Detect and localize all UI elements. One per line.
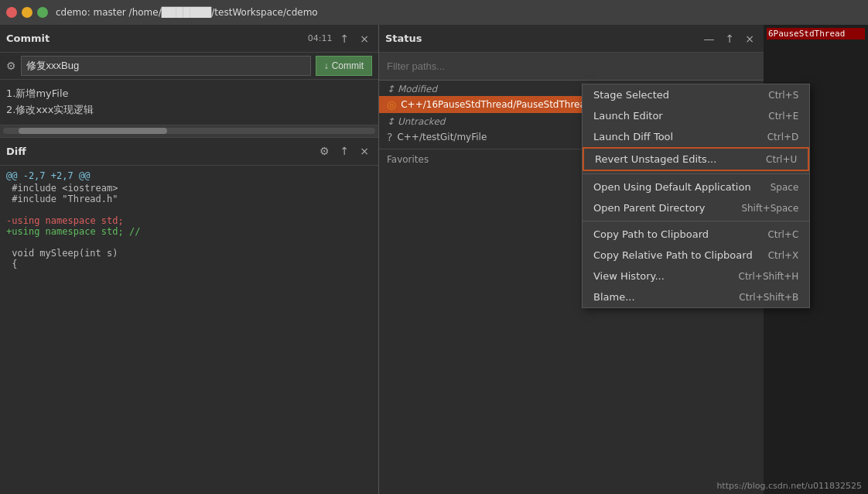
favorites-label: Favorites	[387, 154, 429, 165]
ctx-launch-diff-shortcut: Ctrl+D	[767, 132, 799, 142]
ctx-open-parent[interactable]: Open Parent Directory Shift+Space	[583, 197, 809, 218]
ctx-stage-selected[interactable]: Stage Selected Ctrl+S	[583, 84, 809, 105]
diff-line-3	[6, 204, 372, 215]
status-close-icon[interactable]: ×	[742, 31, 757, 46]
diff-upload-icon[interactable]: ↑	[337, 143, 353, 159]
commit-body: 1.新增myFile 2.修改xxx实现逻辑	[0, 80, 378, 125]
ctx-blame-label: Blame...	[593, 291, 723, 303]
scrollbar-track	[3, 128, 375, 134]
editor-highlight-text: 6PauseStdThread	[767, 28, 865, 39]
diff-panel-header: Diff ⚙ ↑ ×	[0, 138, 378, 166]
status-panel-header: Status — ↑ ×	[379, 25, 764, 53]
diff-header-line: @@ -2,7 +2,7 @@	[6, 170, 372, 181]
ctx-launch-editor[interactable]: Launch Editor Ctrl+E	[583, 105, 809, 126]
ctx-blame[interactable]: Blame... Ctrl+Shift+B	[583, 286, 809, 307]
modified-icon: ↕	[387, 84, 398, 94]
window-controls[interactable]	[6, 7, 48, 18]
modified-file-icon: ◎	[387, 98, 396, 111]
ctx-view-history[interactable]: View History... Ctrl+Shift+H	[583, 266, 809, 286]
context-menu: Stage Selected Ctrl+S Launch Editor Ctrl…	[582, 84, 810, 308]
ctx-copy-relative-label: Copy Relative Path to Clipboard	[593, 249, 753, 261]
commit-button[interactable]: ↓ Commit	[316, 56, 372, 76]
ctx-open-parent-label: Open Parent Directory	[593, 202, 726, 214]
commit-message-input[interactable]	[21, 56, 311, 76]
maximize-window-button[interactable]	[37, 7, 48, 18]
commit-body-line1: 1.新增myFile	[6, 86, 372, 102]
diff-line-added: +using namespace std; //	[6, 226, 372, 237]
ctx-open-parent-shortcut: Shift+Space	[741, 203, 798, 214]
ctx-revert-shortcut: Ctrl+U	[766, 154, 797, 165]
commit-btn-label: Commit	[332, 60, 364, 71]
ctx-launch-diff[interactable]: Launch Diff Tool Ctrl+D	[583, 126, 809, 147]
ctx-revert-unstaged[interactable]: Revert Unstaged Edits... Ctrl+U	[583, 147, 809, 171]
commit-body-line2: 2.修改xxx实现逻辑	[6, 102, 372, 118]
untracked-file-icon: ?	[387, 131, 392, 143]
untracked-file-name: C++/testGit/myFile	[397, 132, 487, 142]
diff-gear-icon[interactable]: ⚙	[316, 143, 333, 159]
ctx-launch-editor-shortcut: Ctrl+E	[768, 111, 798, 122]
commit-input-row: ⚙ ↓ Commit	[0, 53, 378, 80]
commit-time: 04:11	[308, 33, 333, 43]
diff-content: @@ -2,7 +2,7 @@ #include <iostream> #inc…	[0, 166, 378, 494]
watermark: https://blog.csdn.net/u011832525	[716, 481, 862, 491]
status-upload-icon[interactable]: ↑	[723, 31, 738, 46]
scrollbar-thumb[interactable]	[19, 128, 167, 134]
ctx-view-history-shortcut: Ctrl+Shift+H	[739, 271, 799, 282]
ctx-view-history-label: View History...	[593, 270, 723, 282]
ctx-copy-path-shortcut: Ctrl+C	[767, 229, 798, 240]
ctx-separator-2	[583, 221, 809, 221]
commit-scrollbar[interactable]	[0, 125, 378, 138]
commit-upload-icon[interactable]: ↑	[337, 31, 353, 46]
ctx-copy-relative-shortcut: Ctrl+X	[768, 250, 799, 261]
status-filter-input[interactable]	[379, 53, 764, 81]
commit-panel-header: Commit 04:11 ↑ ×	[0, 25, 378, 53]
diff-panel-title: Diff	[6, 146, 26, 157]
ctx-revert-label: Revert Unstaged Edits...	[595, 153, 750, 165]
untracked-icon: ↕	[387, 116, 398, 127]
diff-line-6: {	[6, 259, 372, 269]
ctx-copy-relative[interactable]: Copy Relative Path to Clipboard Ctrl+X	[583, 245, 809, 266]
ctx-copy-path[interactable]: Copy Path to Clipboard Ctrl+C	[583, 224, 809, 245]
status-panel-actions: — ↑ ×	[701, 31, 757, 46]
diff-line-1: #include <iostream>	[6, 183, 372, 194]
window-title: cdemo: master /home/███████/testWorkspac…	[56, 7, 318, 18]
ctx-stage-shortcut: Ctrl+S	[768, 90, 798, 101]
diff-panel-actions: ⚙ ↑ ×	[316, 143, 372, 159]
ctx-open-default[interactable]: Open Using Default Application Space	[583, 177, 809, 197]
diff-close-icon[interactable]: ×	[357, 143, 372, 159]
ctx-stage-label: Stage Selected	[593, 89, 753, 101]
diff-line-2: #include "Thread.h"	[6, 194, 372, 204]
ctx-launch-diff-label: Launch Diff Tool	[593, 131, 752, 142]
ctx-copy-path-label: Copy Path to Clipboard	[593, 228, 752, 240]
close-window-button[interactable]	[6, 7, 17, 18]
title-bar: cdemo: master /home/███████/testWorkspac…	[0, 0, 868, 25]
commit-panel: Commit 04:11 ↑ × ⚙ ↓ Commit 1.新增myFile 2…	[0, 25, 379, 494]
status-panel-title: Status	[385, 33, 422, 44]
ctx-blame-shortcut: Ctrl+Shift+B	[739, 292, 798, 303]
diff-line-4	[6, 237, 372, 248]
commit-panel-title: Commit	[6, 33, 50, 44]
minimize-window-button[interactable]	[22, 7, 32, 18]
ctx-open-default-label: Open Using Default Application	[593, 181, 755, 193]
commit-close-icon[interactable]: ×	[357, 31, 372, 46]
status-minimize-icon[interactable]: —	[701, 31, 718, 46]
commit-btn-icon: ↓	[324, 60, 329, 71]
ctx-open-default-shortcut: Space	[771, 182, 799, 193]
diff-line-removed: -using namespace std;	[6, 215, 372, 226]
commit-gear-icon[interactable]: ⚙	[6, 60, 16, 72]
ctx-launch-editor-label: Launch Editor	[593, 110, 753, 122]
diff-line-5: void mySleep(int s)	[6, 248, 372, 259]
commit-panel-actions: 04:11 ↑ ×	[308, 31, 372, 46]
ctx-separator-1	[583, 173, 809, 174]
